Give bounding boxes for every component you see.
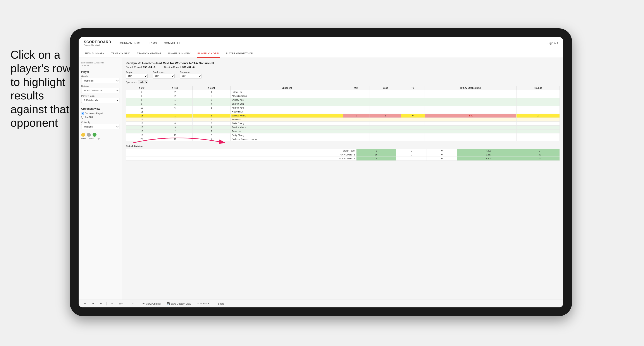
grid-area: Katelyn Vo Head-to-Head Grid for Women's… — [122, 58, 563, 300]
paste-btn[interactable]: ⊞ ▾ — [117, 302, 124, 306]
conference-filter[interactable]: (All) — [153, 74, 175, 78]
colour-by-dropdown[interactable]: Win/loss — [81, 124, 120, 129]
label-level: Level — [89, 138, 94, 140]
sidebar: Last Updated: 27/03/2024 16:55:38 Player… — [78, 58, 122, 300]
view-original-btn[interactable]: 👁 View: Original — [141, 302, 162, 306]
eye-icon: 👁 — [142, 302, 145, 305]
watch-label: Watch ▾ — [200, 302, 209, 305]
tab-player-h2h-grid[interactable]: PLAYER H2H GRID — [197, 49, 220, 58]
tab-team-h2h-grid[interactable]: TEAM H2H GRID — [110, 49, 131, 58]
col-opponent: Opponent — [230, 86, 343, 90]
overall-record: Overall Record: 353 - 34 - 6 — [126, 66, 156, 68]
table-row[interactable]: 5 2 2 Alexis Sudjianto — [126, 94, 560, 98]
nav-teams[interactable]: TEAMS — [147, 40, 157, 46]
separator1 — [106, 302, 106, 306]
radio-top100[interactable]: Top 100 — [81, 116, 120, 119]
nav-committee[interactable]: COMMITTEE — [164, 40, 181, 46]
region-filter-label: Region — [126, 71, 148, 73]
view-original-label: View: Original — [146, 302, 161, 305]
logo-subtitle: Powered by clippd — [84, 44, 111, 46]
col-loss: Loss — [370, 86, 401, 90]
table-row[interactable]: 3 2 1 Esther Lee — [126, 90, 560, 94]
division-record: Division Record: 331 - 34 - 6 — [164, 66, 194, 68]
table-row[interactable]: 14 7 4 Eunice Yi — [126, 118, 560, 122]
watch-btn[interactable]: 👁 Watch ▾ — [195, 302, 211, 306]
instruction-text: Click on a player's row to highlight res… — [10, 48, 72, 130]
table-row[interactable]: 9 1 4 Sharon Mun — [126, 102, 560, 106]
gender-dropdown[interactable]: Women's — [81, 78, 120, 83]
main-data-table: # Div # Reg # Conf Opponent Win Loss Tie… — [126, 86, 560, 141]
label-down: Down — [81, 138, 86, 140]
table-row[interactable]: 16 9 1 Jessica Mason — [126, 126, 560, 130]
division-dropdown[interactable]: NCAA Division III — [81, 88, 120, 93]
opponent-filter-label: Opponent — [180, 71, 202, 73]
refresh-btn[interactable]: ↻ — [130, 302, 135, 306]
separator2 — [127, 302, 127, 306]
logo: SCOREBOARD Powered by clippd — [84, 40, 111, 46]
sign-out[interactable]: Sign out — [548, 41, 558, 45]
col-win: Win — [343, 86, 370, 90]
share-label: Share — [218, 302, 224, 305]
tab-team-h2h-heatmap[interactable]: TEAM H2H HEATMAP — [136, 49, 162, 58]
out-of-division-row[interactable]: Foreign Team 1 0 0 4.500 2 — [126, 149, 560, 153]
radio-group: Opponents Played Top 100 — [81, 112, 120, 119]
copy-btn[interactable]: ⧉ — [109, 302, 114, 306]
table-row[interactable]: 19 10 6 Emily Chang — [126, 133, 560, 137]
player-rank-label: Player (Rank) — [81, 95, 120, 97]
opponent-filter[interactable]: (All) — [180, 74, 202, 78]
out-of-division-table: Foreign Team 1 0 0 4.500 2 NAIA Division… — [126, 149, 560, 161]
table-row[interactable]: 6 1 3 Sydney Kuo — [126, 98, 560, 102]
table-row[interactable]: 20 11 7 Federica Domecq Lacroze — [126, 137, 560, 141]
save-custom-view-btn[interactable]: 💾 Save Custom View — [165, 302, 193, 306]
grid-title: Katelyn Vo Head-to-Head Grid for Women's… — [126, 61, 560, 65]
colour-dots — [81, 133, 120, 137]
opponent-view-title: Opponent view — [81, 107, 120, 110]
top-nav: SCOREBOARD Powered by clippd TOURNAMENTS… — [78, 37, 563, 49]
table-row[interactable]: 10 6 3 Andrea York — [126, 106, 560, 110]
out-of-division-row[interactable]: NCAA Division 2 5 0 0 7.400 10 — [126, 157, 560, 161]
col-rounds: Rounds — [516, 86, 560, 90]
col-div: # Div — [126, 86, 158, 90]
record-row: Overall Record: 353 - 34 - 6 Division Re… — [126, 66, 560, 68]
share-icon: ⬆ — [215, 302, 217, 305]
main-content: Last Updated: 27/03/2024 16:55:38 Player… — [78, 58, 563, 300]
out-of-division-row[interactable]: NAIA Division 1 15 0 0 9.267 30 — [126, 153, 560, 157]
player-section-title: Player — [81, 70, 120, 73]
share-btn[interactable]: ⬆ Share — [213, 302, 226, 306]
logo-title: SCOREBOARD — [84, 40, 111, 44]
separator3 — [138, 302, 138, 306]
save-icon: 💾 — [167, 302, 170, 305]
tab-team-summary[interactable]: TEAM SUMMARY — [84, 49, 105, 58]
tablet-frame: SCOREBOARD Powered by clippd TOURNAMENTS… — [70, 28, 572, 316]
watch-icon: 👁 — [197, 302, 199, 305]
dot-down — [81, 133, 85, 137]
colour-by-label: Colour by — [81, 121, 120, 124]
table-row[interactable]: 11 Haejo Hyun — [126, 110, 560, 114]
sub-nav: TEAM SUMMARY TEAM H2H GRID TEAM H2H HEAT… — [78, 49, 563, 58]
bottom-toolbar: ↩ ↪ ↩ ⧉ ⊞ ▾ ↻ 👁 View: Original 💾 Save Cu… — [78, 300, 563, 307]
radio-opponents-played[interactable]: Opponents Played — [81, 112, 120, 115]
tab-player-summary[interactable]: PLAYER SUMMARY — [168, 49, 192, 58]
out-of-division: Out of division Foreign Team 1 0 0 4.500… — [126, 145, 560, 161]
undo-btn[interactable]: ↩ — [82, 302, 88, 306]
col-tie: Tie — [401, 86, 425, 90]
col-diff: Diff Av Strokes/Rnd — [424, 86, 516, 90]
colour-labels: Down Level Up — [81, 138, 120, 140]
opponent-view-section: Opponent view Opponents Played Top 100 — [81, 107, 120, 119]
region-filter[interactable]: (All) — [126, 74, 148, 78]
tab-player-h2h-heatmap[interactable]: PLAYER H2H HEATMAP — [225, 49, 254, 58]
all-filter-select[interactable]: (All) — [138, 80, 148, 84]
nav-items: TOURNAMENTS TEAMS COMMITTEE — [118, 40, 548, 46]
redo2-btn[interactable]: ↩ — [98, 302, 104, 306]
table-row[interactable]: 18 2 2 Euna Lee — [126, 130, 560, 133]
dot-level — [87, 133, 91, 137]
division-label: Division — [81, 85, 120, 87]
player-rank-dropdown[interactable]: 8. Katelyn Vo — [81, 98, 120, 103]
label-up: Up — [97, 138, 100, 140]
table-row[interactable]: 15 8 5 Stella Chang — [126, 122, 560, 126]
nav-tournaments[interactable]: TOURNAMENTS — [118, 40, 140, 46]
table-row[interactable]: 13 1 1 Jessica Huang 0 1 0 -3.00 2 — [126, 114, 560, 118]
dot-up — [92, 133, 96, 137]
redo-btn[interactable]: ↪ — [90, 302, 96, 306]
col-reg: # Reg — [158, 86, 192, 90]
